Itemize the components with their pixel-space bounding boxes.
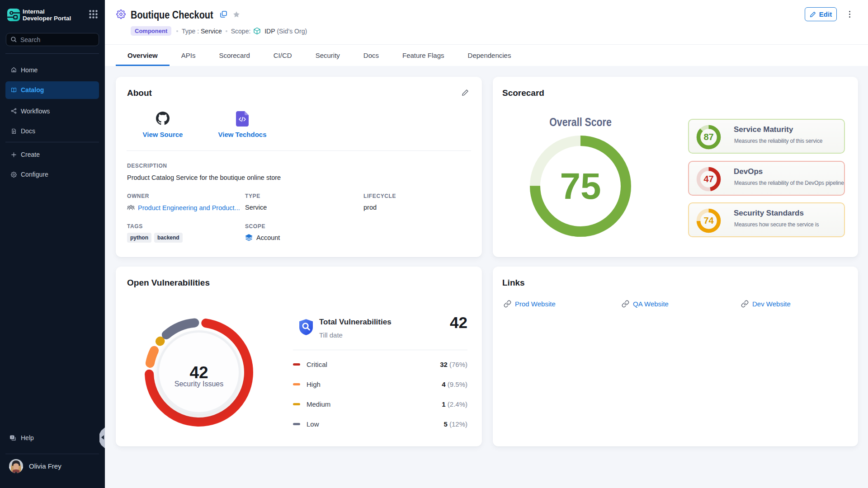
svg-text:?: ? [11, 436, 13, 438]
